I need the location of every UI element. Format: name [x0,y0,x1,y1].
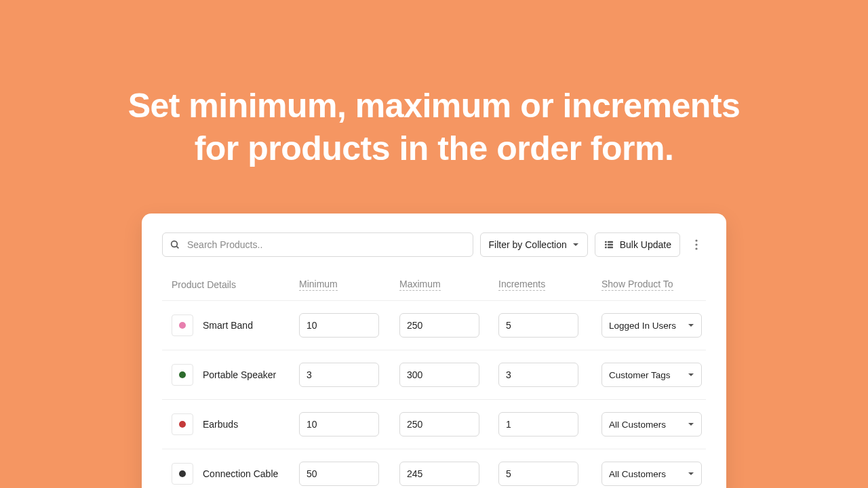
minimum-input[interactable] [299,363,379,387]
product-cell: Connection Cable [172,463,299,485]
col-inc: Increments [498,279,601,291]
col-product: Product Details [172,279,299,290]
show-product-value: All Customers [609,420,666,430]
hero-line-2: for products in the order form. [195,129,674,167]
bulk-update-button[interactable]: Bulk Update [595,232,680,257]
search-icon [170,239,180,250]
product-icon [177,369,188,380]
product-icon [177,320,188,331]
show-product-select[interactable]: All Customers [601,412,702,436]
maximum-input[interactable] [399,412,479,436]
toolbar: Filter by Collection Bulk Update [162,232,706,257]
svg-rect-7 [608,247,613,249]
filter-collection-button[interactable]: Filter by Collection [480,232,588,257]
table-row: Portable Speaker Customer Tags [162,350,706,399]
show-product-select[interactable]: Customer Tags [601,363,702,387]
svg-point-8 [695,239,697,241]
svg-rect-2 [605,241,607,243]
table-row: Earbuds All Customers [162,399,706,449]
maximum-input[interactable] [399,363,479,387]
product-thumb [172,314,193,336]
svg-line-1 [176,246,178,248]
search-input-wrap[interactable] [162,232,473,257]
show-product-select[interactable]: Logged In Users [601,313,702,338]
product-thumb [172,413,193,435]
list-icon [604,239,614,250]
table-row: Connection Cable All Customers [162,449,706,488]
minimum-input[interactable] [299,313,379,338]
product-cell: Portable Speaker [172,364,299,386]
more-menu-button[interactable] [687,232,706,257]
svg-point-0 [172,241,178,247]
maximum-input[interactable] [399,313,479,338]
increments-input[interactable] [498,363,578,387]
product-cell: Smart Band [172,314,299,336]
filter-collection-label: Filter by Collection [489,239,567,250]
hero-line-1: Set minimum, maximum or increments [128,87,741,125]
svg-point-13 [179,421,186,428]
product-name: Smart Band [203,320,253,331]
settings-card: Filter by Collection Bulk Update Product… [142,214,726,488]
table-header: Product Details Minimum Maximum Incremen… [162,272,706,300]
search-input[interactable] [187,239,466,250]
product-thumb [172,463,193,485]
minimum-input[interactable] [299,412,379,436]
svg-point-12 [179,371,186,378]
product-thumb [172,364,193,386]
table-row: Smart Band Logged In Users [162,300,706,350]
chevron-down-icon [688,421,694,428]
increments-input[interactable] [498,313,578,338]
svg-rect-6 [608,244,613,246]
chevron-down-icon [688,470,694,477]
col-min: Minimum [299,279,399,291]
increments-input[interactable] [498,462,578,486]
products-table: Product Details Minimum Maximum Incremen… [162,272,706,488]
show-product-value: Logged In Users [609,321,676,331]
col-show: Show Product To [601,279,715,291]
dots-vertical-icon [695,239,698,250]
col-max: Maximum [399,279,498,291]
svg-point-9 [695,243,697,245]
product-cell: Earbuds [172,413,299,435]
svg-point-11 [179,322,186,329]
increments-input[interactable] [498,412,578,436]
show-product-select[interactable]: All Customers [601,462,702,486]
minimum-input[interactable] [299,462,379,486]
svg-rect-4 [605,247,607,249]
chevron-down-icon [688,322,694,329]
product-name: Portable Speaker [203,369,276,380]
show-product-value: All Customers [609,469,666,479]
maximum-input[interactable] [399,462,479,486]
show-product-value: Customer Tags [609,370,671,380]
product-icon [177,468,188,479]
chevron-down-icon [572,241,579,248]
svg-rect-5 [608,241,613,243]
svg-rect-3 [605,244,607,246]
chevron-down-icon [688,371,694,378]
hero-title: Set minimum, maximum or increments for p… [0,0,868,169]
bulk-update-label: Bulk Update [620,239,671,250]
svg-point-14 [179,470,186,477]
product-icon [177,419,188,430]
product-name: Connection Cable [203,468,278,479]
product-name: Earbuds [203,419,238,430]
svg-point-10 [695,247,697,249]
